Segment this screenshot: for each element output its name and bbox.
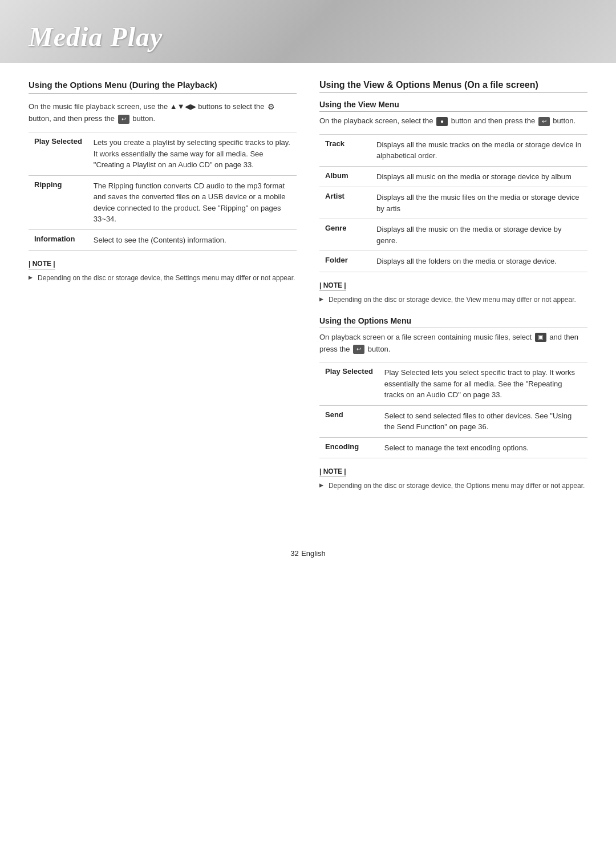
table-row: Send Select to send selected files to ot… [319, 405, 587, 437]
page-title: Media Play [29, 21, 163, 53]
enter-btn2-icon: ↩ [353, 345, 364, 354]
select-icon: ▣ [535, 333, 546, 342]
row-description: Displays all the folders on the media or… [371, 251, 587, 272]
row-label: Ripping [29, 175, 88, 229]
page-number: 32 English [0, 548, 616, 558]
table-row: Encoding Select to manage the text encod… [319, 437, 587, 458]
view-note-item: Depending on the disc or storage device,… [319, 295, 587, 305]
row-label: Folder [319, 251, 371, 272]
blue-button-icon: ● [436, 117, 448, 126]
row-description: Select to manage the text encoding optio… [379, 437, 587, 458]
left-divider [29, 93, 297, 94]
left-options-table: Play Selected Lets you create a playlist… [29, 132, 297, 251]
options-menu-note-section: | NOTE | Depending on the disc or storag… [319, 466, 587, 491]
row-label: Genre [319, 219, 371, 251]
row-description: Lets you create a playlist by selecting … [88, 132, 297, 176]
row-description: Displays all music on the media or stora… [371, 166, 587, 187]
row-label: Encoding [319, 437, 379, 458]
table-row: Play Selected Play Selected lets you sel… [319, 362, 587, 406]
table-row: Genre Displays all the music on the medi… [319, 219, 587, 251]
table-row: Folder Displays all the folders on the m… [319, 251, 587, 272]
options-note-item: Depending on the disc or storage device,… [319, 481, 587, 491]
right-column: Using the View & Options Menus (On a fil… [319, 80, 587, 502]
view-menu-intro: On the playback screen, select the ● but… [319, 115, 587, 127]
settings-icon: ⚙ [268, 100, 275, 113]
view-menu-subtitle: Using the View Menu [319, 100, 587, 112]
left-intro-text: On the music file playback screen, use t… [29, 100, 297, 125]
options-note-title: | NOTE | [319, 467, 346, 477]
table-row: Information Select to see the (Contents)… [29, 229, 297, 251]
row-label: Send [319, 405, 379, 437]
view-note-title: | NOTE | [319, 281, 346, 291]
row-description: Select to send selected files to other d… [379, 405, 587, 437]
options-menu-intro: On playback screen or a file screen cont… [319, 332, 587, 356]
table-row: Ripping The Ripping function converts CD… [29, 175, 297, 229]
page-label: English [301, 549, 326, 558]
table-row: Album Displays all music on the media or… [319, 166, 587, 187]
options-menu-subtitle: Using the Options Menu [319, 316, 587, 328]
table-row: Artist Displays all the the music files … [319, 187, 587, 219]
row-description: Displays all the music tracks on the med… [371, 134, 587, 166]
enter-button-icon: ↩ [118, 115, 129, 124]
left-section-heading: Using the Options Menu (During the Playb… [29, 80, 297, 90]
page-num: 32 [290, 549, 298, 558]
row-label: Track [319, 134, 371, 166]
view-menu-table: Track Displays all the music tracks on t… [319, 134, 587, 272]
table-row: Play Selected Lets you create a playlist… [29, 132, 297, 176]
view-menu-note-section: | NOTE | Depending on the disc or storag… [319, 280, 587, 305]
row-label: Artist [319, 187, 371, 219]
row-description: The Ripping function converts CD audio t… [88, 175, 297, 229]
left-note-section: | NOTE | Depending on the disc or storag… [29, 259, 297, 283]
main-content: Using the Options Menu (During the Playb… [0, 80, 616, 531]
left-column: Using the Options Menu (During the Playb… [29, 80, 297, 502]
row-description: Displays all the music on the media or s… [371, 219, 587, 251]
enter-btn-icon: ↩ [538, 117, 550, 126]
right-main-heading: Using the View & Options Menus (On a fil… [319, 80, 587, 93]
header-banner: Media Play [0, 0, 616, 63]
row-description: Select to see the (Contents) information… [88, 229, 297, 251]
row-label: Album [319, 166, 371, 187]
left-note-item: Depending on the disc or storage device,… [29, 273, 297, 283]
options-menu-table: Play Selected Play Selected lets you sel… [319, 362, 587, 458]
arrow-icons: ▲▼◀▶ [170, 102, 196, 111]
row-label: Information [29, 229, 88, 251]
row-description: Displays all the the music files on the … [371, 187, 587, 219]
row-label: Play Selected [319, 362, 379, 406]
row-label: Play Selected [29, 132, 88, 176]
row-description: Play Selected lets you select specific t… [379, 362, 587, 406]
table-row: Track Displays all the music tracks on t… [319, 134, 587, 166]
left-note-title: | NOTE | [29, 260, 55, 269]
